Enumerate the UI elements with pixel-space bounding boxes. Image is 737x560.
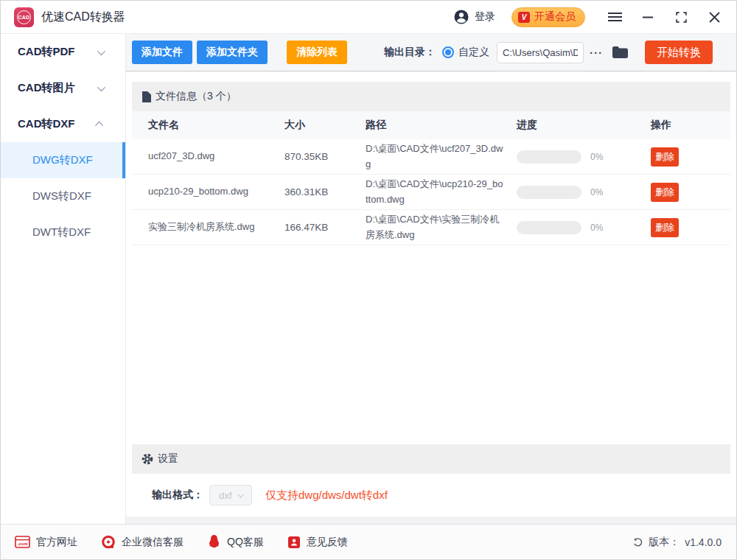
file-path: D:\桌面\CAD文件\ucf207_3D.dwg [366, 141, 517, 172]
progress-cell: 0% [517, 150, 651, 164]
file-name: ucf207_3D.dwg [148, 149, 284, 164]
app-logo-text: CAD [17, 10, 31, 24]
wechat-work-icon [101, 535, 116, 550]
delete-button[interactable]: 删除 [651, 147, 679, 167]
footer: .com 官方网址 企业微信客服 QQ客服 意见反馈 [1, 524, 736, 559]
vip-icon: V [518, 12, 530, 23]
output-format-select[interactable]: dxf [209, 485, 252, 505]
clear-list-button[interactable]: 清除列表 [287, 41, 347, 64]
sidebar-item-dws-to-dxf[interactable]: DWS转DXF [1, 178, 125, 214]
open-folder-icon[interactable] [612, 46, 629, 59]
settings-header: 设置 [132, 444, 730, 474]
delete-button[interactable]: 删除 [651, 183, 679, 202]
feedback-link[interactable]: 意见反馈 [287, 536, 348, 549]
output-dir-label: 输出目录： [384, 46, 436, 59]
version-value: v1.4.0.0 [685, 536, 722, 548]
progress-bar [517, 186, 581, 199]
sidebar-group-cad-to-pdf[interactable]: CAD转PDF [1, 34, 125, 70]
custom-dir-radio-label: 自定义 [458, 46, 489, 59]
document-icon [142, 91, 151, 102]
toolbar: 添加文件 添加文件夹 清除列表 输出目录： 自定义 ··· 开始转换 [126, 34, 736, 71]
spacer [126, 517, 736, 524]
file-info-header: 文件信息（3 个） [132, 82, 730, 111]
format-hint-text: 仅支持dwg/dws/dwt转dxf [265, 489, 388, 503]
login-button[interactable]: 登录 [453, 9, 495, 25]
footer-link-label: QQ客服 [227, 536, 264, 549]
user-icon [453, 9, 469, 25]
custom-dir-radio[interactable] [442, 46, 454, 58]
col-header-path: 路径 [366, 119, 517, 132]
login-label: 登录 [475, 10, 495, 24]
file-size: 360.31KB [284, 186, 366, 197]
sidebar-group-cad-to-dxf[interactable]: CAD转DXF [1, 106, 125, 142]
sidebar-group-cad-to-image[interactable]: CAD转图片 [1, 70, 125, 106]
footer-link-label: 企业微信客服 [122, 536, 184, 549]
file-size: 166.47KB [284, 222, 366, 233]
website-icon: .com [15, 536, 30, 548]
qq-support-link[interactable]: QQ客服 [207, 534, 264, 550]
version-label: 版本： [649, 536, 680, 549]
menu-icon[interactable] [607, 10, 622, 24]
gear-icon [142, 453, 153, 465]
titlebar: CAD 优速CAD转换器 登录 V 开通会员 [1, 1, 736, 34]
add-file-button[interactable]: 添加文件 [132, 41, 192, 64]
sidebar-item-dwt-to-dxf[interactable]: DWT转DXF [1, 214, 125, 251]
table-header: 文件名 大小 路径 进度 操作 [132, 111, 730, 139]
file-info-title: 文件信息（3 个） [156, 90, 237, 103]
settings-title: 设置 [158, 452, 178, 466]
add-folder-button[interactable]: 添加文件夹 [197, 41, 268, 64]
chevron-down-icon [97, 46, 105, 55]
delete-button[interactable]: 删除 [651, 218, 679, 237]
sidebar-item-dwg-to-dxf[interactable]: DWG转DXF [1, 142, 125, 178]
progress-value: 0% [590, 152, 603, 162]
col-header-action: 操作 [651, 119, 730, 132]
table-row: 实验三制冷机房系统.dwg 166.47KB D:\桌面\CAD文件\实验三制冷… [132, 210, 730, 245]
browse-more-button[interactable]: ··· [590, 46, 603, 59]
progress-value: 0% [590, 187, 603, 197]
progress-value: 0% [590, 223, 603, 233]
file-list-panel: 文件信息（3 个） 文件名 大小 路径 进度 操作 ucf207_3D.dwg … [126, 71, 736, 444]
svg-text:.com: .com [17, 542, 27, 546]
file-path: D:\桌面\CAD文件\实验三制冷机房系统.dwg [366, 212, 517, 243]
output-format-row: 输出格式： dxf 仅支持dwg/dws/dwt转dxf [126, 474, 736, 517]
output-format-label: 输出格式： [152, 489, 203, 502]
chevron-up-icon [95, 121, 103, 129]
settings-section: 设置 [126, 444, 736, 474]
main-panel: 添加文件 添加文件夹 清除列表 输出目录： 自定义 ··· 开始转换 [126, 34, 736, 524]
progress-bar [517, 221, 581, 234]
sidebar-group-label: CAD转图片 [18, 81, 75, 95]
progress-cell: 0% [517, 221, 651, 234]
start-convert-button[interactable]: 开始转换 [645, 41, 713, 64]
table-row: ucp210-29_bottom.dwg 360.31KB D:\桌面\CAD文… [132, 175, 730, 210]
feedback-icon [287, 536, 301, 549]
col-header-size: 大小 [284, 119, 366, 132]
version-info: 版本：v1.4.0.0 [632, 536, 722, 549]
progress-bar [517, 150, 581, 164]
vip-label: 开通会员 [534, 10, 576, 24]
file-path: D:\桌面\CAD文件\ucp210-29_bottom.dwg [366, 177, 517, 208]
minimize-button[interactable] [640, 10, 655, 24]
progress-cell: 0% [517, 186, 651, 199]
app-title: 优速CAD转换器 [41, 10, 125, 25]
col-header-progress: 进度 [517, 119, 651, 132]
chevron-down-icon [97, 83, 105, 91]
sidebar: CAD转PDF CAD转图片 CAD转DXF DWG转DXF DWS转DXF D… [1, 34, 126, 524]
output-path-input[interactable] [497, 42, 584, 63]
sidebar-group-label: CAD转DXF [18, 117, 75, 131]
footer-link-label: 官方网址 [36, 536, 77, 549]
wechat-support-link[interactable]: 企业微信客服 [101, 535, 184, 550]
official-website-link[interactable]: .com 官方网址 [15, 536, 77, 549]
footer-link-label: 意见反馈 [307, 536, 348, 549]
maximize-button[interactable] [674, 10, 688, 24]
open-vip-button[interactable]: V 开通会员 [511, 7, 585, 27]
qq-icon [207, 534, 221, 550]
file-name: 实验三制冷机房系统.dwg [148, 220, 284, 234]
output-format-value: dxf [219, 490, 231, 501]
app-logo-icon: CAD [14, 7, 34, 27]
sidebar-group-label: CAD转PDF [18, 45, 75, 59]
chevron-down-icon [237, 491, 243, 497]
close-button[interactable] [707, 10, 722, 24]
file-size: 870.35KB [284, 151, 366, 162]
table-row: ucf207_3D.dwg 870.35KB D:\桌面\CAD文件\ucf20… [132, 139, 730, 175]
refresh-icon[interactable] [632, 536, 643, 547]
